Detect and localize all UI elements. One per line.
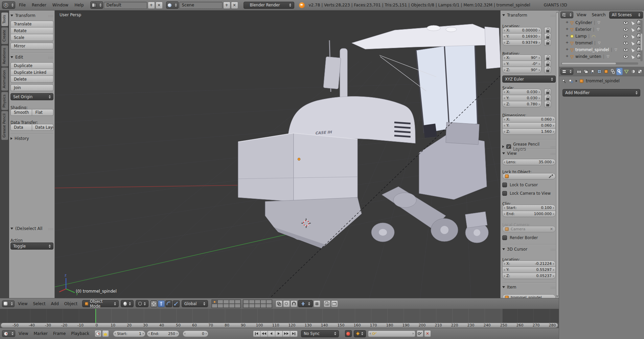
layers-grid-2[interactable]: [243, 299, 272, 308]
pivot-point-dropdown[interactable]: [136, 300, 148, 307]
tab-constraints[interactable]: [610, 68, 616, 75]
lock-camera-checkbox[interactable]: [502, 191, 507, 196]
visibility-eye-icon[interactable]: [623, 21, 628, 24]
local-camera-field[interactable]: Camera✕: [502, 226, 556, 232]
lock-cursor-checkbox[interactable]: [502, 183, 507, 187]
rotate-manipulator-button[interactable]: [165, 300, 172, 307]
panel-grip-icon[interactable]: [551, 152, 556, 155]
cursor3d-panel-header[interactable]: 3D Cursor: [502, 247, 556, 252]
transform-panel-header[interactable]: Transform: [10, 13, 53, 18]
set-origin-dropdown[interactable]: Set Origin: [10, 93, 53, 100]
scale-manipulator-button[interactable]: [173, 300, 180, 307]
mode-dropdown[interactable]: Object Mode: [82, 300, 119, 307]
expand-plus-icon[interactable]: [565, 35, 569, 38]
tool-shelf-tab[interactable]: Relations: [1, 45, 8, 66]
translate-manipulator-button[interactable]: [158, 300, 165, 307]
active-keying-set-field[interactable]: [368, 331, 415, 337]
editor-type-button[interactable]: [2, 300, 15, 307]
dimension-number-field[interactable]: Y:0.060: [502, 122, 556, 129]
lock-frame-button[interactable]: [102, 330, 109, 337]
selectability-cursor-icon[interactable]: [630, 41, 635, 45]
viewport-shading-dropdown[interactable]: [121, 300, 134, 307]
expand-plus-icon[interactable]: [565, 55, 569, 58]
snap-toggle-button[interactable]: [291, 300, 297, 307]
selectability-cursor-icon[interactable]: [630, 27, 635, 32]
outliner-vscrollbar[interactable]: [640, 20, 643, 61]
snap-peel-button[interactable]: [314, 300, 320, 307]
view-panel-header[interactable]: View: [502, 151, 556, 156]
grease-pencil-panel-header[interactable]: Grease Pencil Layers: [502, 142, 556, 151]
scene-browse-button[interactable]: [166, 1, 179, 9]
object-name[interactable]: Lamp: [575, 34, 586, 39]
tab-object[interactable]: [603, 68, 609, 75]
data-transfer-data-button[interactable]: Data: [10, 124, 32, 131]
visibility-eye-icon[interactable]: [623, 35, 628, 38]
eyedropper-icon[interactable]: [549, 174, 553, 178]
scale-number-field[interactable]: Y:0.030: [502, 95, 542, 101]
lock-button[interactable]: [544, 95, 551, 101]
menu-item[interactable]: Select: [30, 298, 48, 309]
tab-modifiers[interactable]: [616, 68, 623, 75]
outliner-row[interactable]: winde_unten |: [559, 53, 644, 60]
jump-to-start-button[interactable]: [253, 331, 260, 337]
history-panel-header[interactable]: History: [10, 136, 53, 141]
outliner-row[interactable]: Exterior |: [559, 26, 644, 33]
close-layout-button[interactable]: ×: [156, 2, 163, 9]
visibility-eye-icon[interactable]: [623, 48, 628, 51]
panel-grip-icon[interactable]: [551, 14, 556, 17]
close-scene-button[interactable]: ×: [231, 2, 238, 9]
menu-item[interactable]: Object: [62, 298, 80, 309]
lock-button[interactable]: [544, 39, 551, 46]
lock-to-cursor-row[interactable]: Lock to Cursor: [502, 183, 556, 187]
edit-tool-button[interactable]: Delete: [10, 76, 53, 83]
keying-set-dropdown[interactable]: [354, 330, 366, 337]
redo-panel-header[interactable]: (De)select All: [10, 226, 53, 231]
transform-tool-button[interactable]: Translate: [10, 21, 53, 27]
mirror-button[interactable]: Mirror: [10, 43, 53, 49]
location-number-field[interactable]: Y:0.16930: [502, 33, 542, 40]
menu-item[interactable]: Search: [589, 10, 608, 19]
expand-plus-icon[interactable]: [565, 21, 569, 24]
location-number-field[interactable]: X:0.00000: [502, 27, 542, 34]
transform-panel-header[interactable]: Transform: [502, 13, 556, 18]
tab-material[interactable]: [630, 68, 636, 75]
playback-sync-button[interactable]: [95, 330, 101, 337]
tab-texture[interactable]: [637, 68, 643, 75]
rotation-mode-dropdown[interactable]: XYZ Euler: [502, 76, 556, 83]
outliner-row[interactable]: trommel |: [559, 40, 644, 46]
previous-keyframe-button[interactable]: [260, 331, 268, 337]
tab-data[interactable]: [623, 68, 629, 75]
location-number-field[interactable]: Z:0.93749: [502, 39, 542, 46]
next-keyframe-button[interactable]: [283, 331, 290, 337]
opengl-render-button[interactable]: [324, 300, 330, 307]
menu-item[interactable]: Render: [29, 0, 49, 10]
cursor-number-field[interactable]: Z:0.05237: [502, 273, 556, 279]
tool-shelf-tab[interactable]: Physics: [1, 92, 8, 110]
menu-item[interactable]: Marker: [31, 328, 50, 339]
deselect-action-dropdown[interactable]: Toggle: [10, 242, 53, 250]
tool-shelf-tab[interactable]: Create: [1, 27, 8, 44]
selectability-cursor-icon[interactable]: [630, 20, 635, 25]
selectability-cursor-icon[interactable]: [630, 34, 635, 39]
expand-plus-icon[interactable]: [565, 48, 569, 51]
timeline-ruler-scrollbar[interactable]: -50-40-30-20-100102030405060708090100110…: [1, 323, 558, 328]
object-name[interactable]: winde_unten: [575, 54, 601, 59]
current-frame-line[interactable]: [95, 309, 96, 323]
tab-scene[interactable]: [589, 68, 596, 75]
editor-type-button[interactable]: i: [2, 1, 15, 9]
play-button[interactable]: [275, 331, 283, 337]
clip-end-field[interactable]: End:1000.000: [502, 211, 556, 217]
current-frame-field[interactable]: 0: [183, 331, 208, 337]
viewport-3d[interactable]: CASE IH: [55, 10, 559, 298]
panel-grip-icon[interactable]: [48, 14, 53, 18]
delete-keyframe-button[interactable]: ✕: [424, 330, 431, 337]
scale-number-field[interactable]: Z:0.780: [502, 101, 542, 107]
outliner-hscrollbar[interactable]: [561, 62, 638, 65]
snap-element-dropdown[interactable]: [298, 300, 313, 307]
cursor-number-field[interactable]: X:-0.21224: [502, 260, 556, 267]
editor-type-button[interactable]: [560, 68, 573, 75]
item-name-field[interactable]: trommel_spindel: [502, 294, 556, 298]
join-button[interactable]: Join: [10, 84, 53, 91]
screen-layout-browse-button[interactable]: [90, 1, 103, 9]
add-layout-button[interactable]: +: [148, 2, 155, 9]
